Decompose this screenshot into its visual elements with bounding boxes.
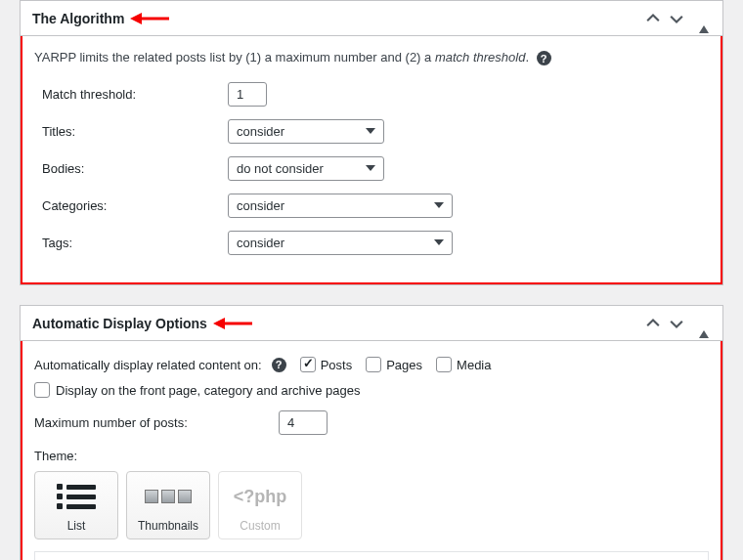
titles-row: Titles: consider: [42, 116, 709, 146]
move-down-button[interactable]: [668, 315, 685, 332]
titles-select[interactable]: consider: [228, 119, 384, 144]
auto-display-label: Automatically display related content on…: [34, 358, 262, 372]
posts-checkbox[interactable]: [300, 357, 316, 372]
auto-display-row: Automatically display related content on…: [34, 357, 709, 372]
max-posts-input[interactable]: [279, 410, 328, 435]
bodies-row: Bodies: do not consider: [42, 153, 709, 183]
display-options-header[interactable]: Automatic Display Options: [21, 306, 722, 341]
arrow-annotation-icon: [213, 315, 252, 332]
front-page-row: Display on the front page, category and …: [34, 382, 709, 398]
help-icon[interactable]: ?: [537, 51, 551, 65]
algorithm-panel-body: YARPP limits the related posts list by (…: [21, 36, 722, 284]
front-page-label: Display on the front page, category and …: [56, 383, 360, 398]
theme-label: Theme:: [34, 449, 709, 463]
php-icon: <?php: [223, 478, 297, 515]
tags-row: Tags: consider: [42, 228, 709, 257]
media-label: Media: [457, 358, 491, 372]
algorithm-description: YARPP limits the related posts list by (…: [34, 50, 709, 65]
heading-row: Heading:: [34, 551, 709, 560]
display-options-body: Automatically display related content on…: [21, 341, 722, 560]
bodies-label: Bodies:: [42, 161, 228, 176]
tags-label: Tags:: [42, 236, 228, 250]
collapse-toggle-button[interactable]: [691, 314, 711, 332]
svg-marker-3: [213, 318, 225, 329]
algorithm-panel: The Algorithm YARPP: [20, 0, 723, 285]
collapse-toggle-button[interactable]: [691, 9, 711, 27]
media-checkbox[interactable]: [436, 357, 452, 372]
display-options-panel: Automatic Display Options: [20, 305, 723, 560]
categories-label: Categories:: [42, 198, 228, 213]
categories-row: Categories: consider: [42, 191, 709, 220]
algorithm-panel-header[interactable]: The Algorithm: [21, 1, 722, 36]
help-icon[interactable]: ?: [272, 358, 286, 372]
triangle-up-icon: [699, 11, 709, 33]
theme-option-list[interactable]: List: [34, 471, 118, 539]
display-options-title: Automatic Display Options: [32, 316, 207, 331]
list-icon: [39, 478, 113, 515]
bodies-select[interactable]: do not consider: [228, 156, 384, 181]
algorithm-title: The Algorithm: [32, 11, 124, 26]
categories-select[interactable]: consider: [228, 194, 453, 218]
move-up-button[interactable]: [644, 10, 662, 27]
front-page-checkbox[interactable]: [34, 382, 50, 398]
theme-option-thumbnails[interactable]: Thumbnails: [126, 471, 210, 539]
match-threshold-label: Match threshold:: [42, 87, 228, 102]
pages-checkbox[interactable]: [366, 357, 381, 372]
max-posts-row: Maximum number of posts:: [34, 408, 709, 437]
max-posts-label: Maximum number of posts:: [34, 415, 279, 430]
tags-select[interactable]: consider: [228, 231, 453, 255]
titles-label: Titles:: [42, 124, 228, 139]
arrow-annotation-icon: [130, 10, 169, 27]
match-threshold-row: Match threshold:: [42, 79, 709, 108]
move-up-button[interactable]: [644, 315, 662, 332]
thumbnails-icon: [131, 478, 205, 515]
match-threshold-input[interactable]: [228, 82, 267, 107]
svg-marker-1: [130, 13, 142, 24]
move-down-button[interactable]: [668, 10, 685, 27]
theme-option-custom[interactable]: <?php Custom: [218, 471, 302, 539]
theme-chooser: List Thumbnails <?php Custom: [34, 471, 709, 539]
pages-label: Pages: [386, 358, 422, 372]
triangle-up-icon: [699, 316, 709, 338]
posts-label: Posts: [321, 358, 353, 372]
